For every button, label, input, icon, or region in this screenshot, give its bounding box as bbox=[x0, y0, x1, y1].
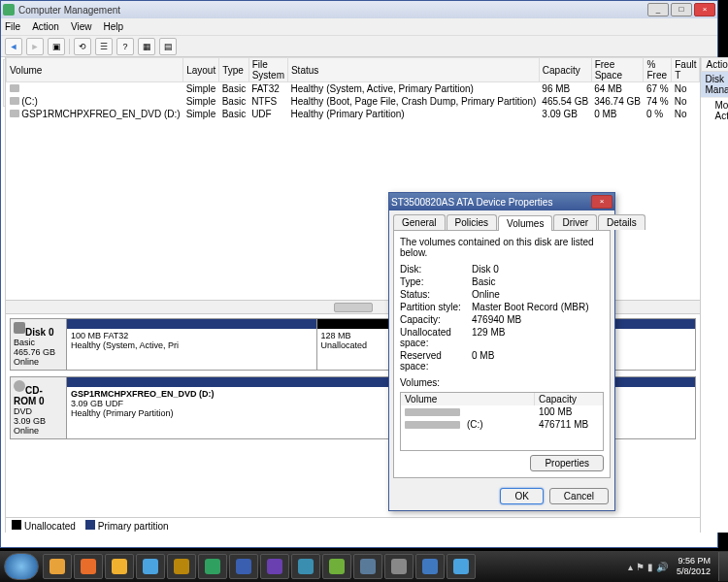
taskbar-app-button[interactable] bbox=[105, 554, 134, 579]
col-type[interactable]: Type bbox=[219, 58, 248, 82]
volume-icon bbox=[10, 110, 19, 117]
taskbar-app-button[interactable] bbox=[353, 554, 382, 579]
vol-col-volume[interactable]: Volume bbox=[401, 393, 535, 405]
clock[interactable]: 9:56 PM 5/8/2012 bbox=[671, 556, 716, 577]
taskbar-app-button[interactable] bbox=[260, 554, 289, 579]
volume-icon bbox=[405, 421, 460, 429]
actions-pane: Actions Disk Management▴ More Actions ▸ bbox=[701, 57, 728, 533]
app-icon bbox=[298, 559, 314, 574]
app-icon bbox=[143, 559, 158, 574]
legend-swatch-primary bbox=[85, 520, 95, 530]
taskbar-app-button[interactable] bbox=[229, 554, 258, 579]
taskbar-app-button[interactable] bbox=[198, 554, 227, 579]
forward-button[interactable]: ► bbox=[26, 38, 44, 55]
titlebar[interactable]: Computer Management _ □ × bbox=[1, 1, 717, 18]
dialog-tabs: General Policies Volumes Driver Details bbox=[389, 210, 614, 230]
app-icon bbox=[360, 559, 376, 574]
app-icon bbox=[112, 559, 127, 574]
app-icon bbox=[205, 559, 220, 574]
app-icon bbox=[422, 559, 438, 574]
primary-partition-stripe bbox=[67, 319, 316, 329]
tab-driver[interactable]: Driver bbox=[553, 214, 597, 230]
help-button[interactable]: ? bbox=[116, 38, 134, 55]
tray-volume-icon[interactable]: 🔊 bbox=[656, 562, 668, 572]
actions-header: Actions bbox=[701, 57, 728, 72]
dialog-titlebar[interactable]: ST3500820AS ATA Device Properties × bbox=[389, 193, 614, 210]
system-tray[interactable]: ▴ ⚑ ▮ 🔊 9:56 PM 5/8/2012 bbox=[626, 556, 718, 577]
col-capacity[interactable]: Capacity bbox=[539, 58, 591, 82]
col-status[interactable]: Status bbox=[287, 58, 539, 82]
taskbar-app-button[interactable] bbox=[415, 554, 445, 579]
up-button[interactable]: ▣ bbox=[48, 38, 65, 55]
volume-icon bbox=[10, 97, 19, 105]
actions-disk-management[interactable]: Disk Management▴ bbox=[701, 72, 728, 98]
device-properties-dialog[interactable]: ST3500820AS ATA Device Properties × Gene… bbox=[388, 192, 615, 511]
maximize-button[interactable]: □ bbox=[671, 3, 692, 16]
taskbar-app-button[interactable] bbox=[447, 554, 476, 579]
taskbar-app-button[interactable] bbox=[291, 554, 320, 579]
volume-properties-button[interactable]: Properties bbox=[530, 455, 604, 471]
taskbar-app-button[interactable] bbox=[136, 554, 165, 579]
dialog-volume-row[interactable]: (C:)476711 MB bbox=[401, 418, 603, 431]
taskbar-app-button[interactable] bbox=[74, 554, 103, 579]
taskbar-app-button[interactable] bbox=[322, 554, 351, 579]
volume-icon bbox=[405, 408, 460, 416]
vol-col-capacity[interactable]: Capacity bbox=[535, 393, 603, 405]
dialog-intro: The volumes contained on this disk are l… bbox=[400, 237, 604, 258]
col-pctfree[interactable]: % Free bbox=[644, 58, 672, 82]
tray-network-icon[interactable]: ▮ bbox=[647, 562, 653, 572]
tray-flag-icon[interactable]: ⚑ bbox=[636, 562, 645, 572]
disk0-header[interactable]: Disk 0 Basic 465.76 GB Online bbox=[11, 319, 67, 370]
tray-show-hidden-icon[interactable]: ▴ bbox=[628, 562, 633, 572]
menu-action[interactable]: Action bbox=[32, 21, 59, 32]
back-button[interactable]: ◄ bbox=[5, 38, 22, 55]
ok-button[interactable]: OK bbox=[500, 488, 543, 504]
tab-details[interactable]: Details bbox=[598, 214, 645, 230]
taskbar-app-button[interactable] bbox=[43, 554, 72, 579]
toolbar-btn-b[interactable]: ▤ bbox=[159, 38, 177, 55]
app-icon bbox=[81, 559, 96, 574]
volume-icon bbox=[10, 84, 19, 92]
dialog-volume-row[interactable]: 100 MB bbox=[401, 405, 603, 418]
table-row[interactable]: GSP1RMCHPXFREO_EN_DVD (D:)SimpleBasicUDF… bbox=[7, 108, 700, 120]
menu-help[interactable]: Help bbox=[103, 21, 123, 32]
col-filesystem[interactable]: File System bbox=[248, 58, 287, 82]
tab-policies[interactable]: Policies bbox=[447, 214, 497, 230]
taskbar[interactable]: ▴ ⚑ ▮ 🔊 9:56 PM 5/8/2012 bbox=[0, 551, 728, 582]
tab-volumes[interactable]: Volumes bbox=[498, 215, 552, 231]
menu-view[interactable]: View bbox=[71, 21, 92, 32]
show-desktop-button[interactable] bbox=[718, 552, 728, 581]
col-freespace[interactable]: Free Space bbox=[591, 58, 644, 82]
disk0-partition-1[interactable]: 100 MB FAT32 Healthy (System, Active, Pr… bbox=[67, 319, 317, 370]
legend-swatch-unallocated bbox=[12, 520, 21, 530]
menubar: File Action View Help bbox=[1, 18, 717, 36]
col-fault[interactable]: Fault T bbox=[672, 58, 700, 82]
app-icon bbox=[391, 559, 407, 574]
app-icon bbox=[174, 559, 189, 574]
col-layout[interactable]: Layout bbox=[183, 58, 219, 82]
start-button[interactable] bbox=[4, 553, 39, 580]
window-title: Computer Management bbox=[18, 5, 645, 16]
minimize-button[interactable]: _ bbox=[647, 3, 669, 16]
col-volume[interactable]: Volume bbox=[7, 58, 183, 82]
table-row[interactable]: SimpleBasicFAT32Healthy (System, Active,… bbox=[7, 82, 700, 96]
menu-file[interactable]: File bbox=[5, 21, 20, 32]
toolbar-btn-a[interactable]: ▦ bbox=[138, 38, 155, 55]
actions-more[interactable]: More Actions ▸ bbox=[701, 98, 728, 123]
dialog-close-button[interactable]: × bbox=[591, 195, 612, 209]
dialog-volumes-list[interactable]: VolumeCapacity 100 MB (C:)476711 MB bbox=[400, 392, 604, 451]
table-row[interactable]: (C:)SimpleBasicNTFSHealthy (Boot, Page F… bbox=[7, 95, 700, 108]
dialog-title: ST3500820AS ATA Device Properties bbox=[391, 197, 589, 208]
taskbar-apps bbox=[43, 554, 626, 579]
close-button[interactable]: × bbox=[694, 3, 715, 16]
taskbar-app-button[interactable] bbox=[384, 554, 414, 579]
cdrom0-header[interactable]: CD-ROM 0 DVD 3.09 GB Online bbox=[11, 377, 67, 438]
properties-button[interactable]: ☰ bbox=[95, 38, 113, 55]
app-icon bbox=[50, 559, 65, 574]
cancel-button[interactable]: Cancel bbox=[549, 488, 609, 504]
scrollbar-thumb[interactable] bbox=[334, 303, 373, 312]
tab-general[interactable]: General bbox=[393, 214, 446, 230]
legend: Unallocated Primary partition bbox=[6, 517, 700, 533]
refresh-button[interactable]: ⟲ bbox=[74, 38, 91, 55]
taskbar-app-button[interactable] bbox=[167, 554, 196, 579]
